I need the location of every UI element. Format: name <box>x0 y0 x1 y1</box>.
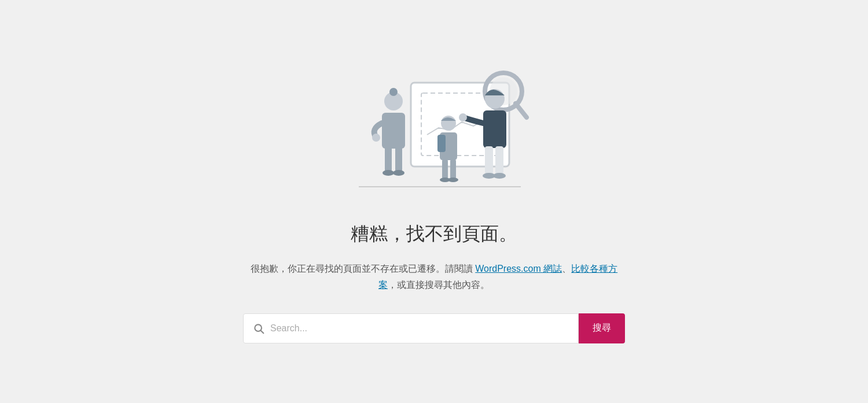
svg-point-20 <box>459 113 467 121</box>
search-icon <box>253 323 264 334</box>
main-container: 糟糕，找不到頁面。 很抱歉，你正在尋找的頁面並不存在或已遷移。請閱讀 WordP… <box>231 36 637 366</box>
svg-rect-24 <box>442 159 448 179</box>
svg-rect-9 <box>385 146 392 172</box>
svg-point-28 <box>255 324 262 331</box>
svg-rect-17 <box>495 146 503 175</box>
search-button[interactable]: 搜尋 <box>579 313 625 343</box>
description-suffix: ，或直接搜尋其他內容。 <box>388 280 490 290</box>
svg-rect-16 <box>485 146 493 175</box>
svg-point-12 <box>393 170 404 176</box>
svg-point-11 <box>382 170 394 176</box>
svg-point-19 <box>493 173 506 179</box>
svg-point-7 <box>389 88 398 96</box>
wordpress-blog-link[interactable]: WordPress.com 網誌 <box>475 264 562 273</box>
svg-line-29 <box>261 331 263 333</box>
search-input[interactable] <box>270 323 569 334</box>
svg-point-27 <box>448 178 458 182</box>
svg-rect-25 <box>450 159 456 179</box>
search-input-wrapper <box>243 313 579 343</box>
description-text: 很抱歉，你正在尋找的頁面並不存在或已遷移。請閱讀 WordPress.com 網… <box>243 261 625 292</box>
svg-rect-23 <box>437 135 446 152</box>
not-found-illustration <box>324 60 544 198</box>
svg-line-5 <box>516 103 527 117</box>
svg-rect-10 <box>395 146 402 172</box>
page-heading: 糟糕，找不到頁面。 <box>351 221 517 247</box>
description-prefix: 很抱歉，你正在尋找的頁面並不存在或已遷移。請閱讀 <box>251 264 475 273</box>
description-separator: 、 <box>562 264 571 273</box>
svg-rect-8 <box>382 113 405 149</box>
svg-rect-15 <box>483 110 506 148</box>
svg-point-13 <box>372 134 380 142</box>
search-bar: 搜尋 <box>243 313 625 343</box>
